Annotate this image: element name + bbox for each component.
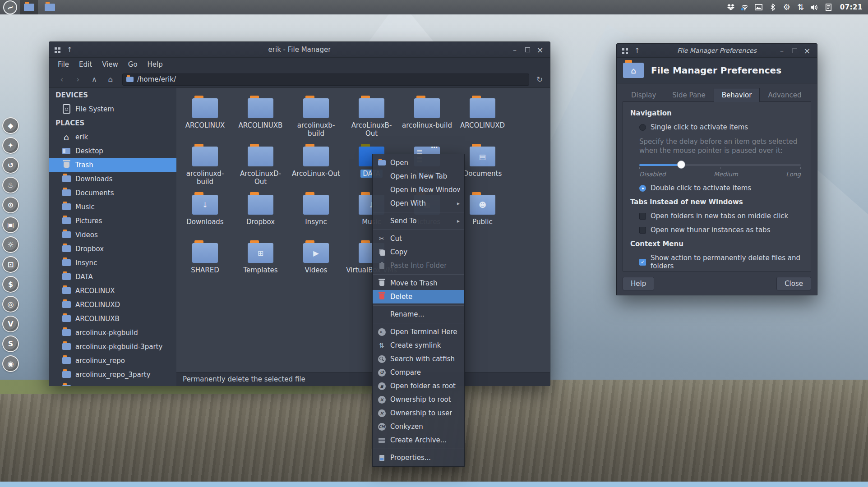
file-item-insync[interactable]: Insync	[288, 191, 344, 239]
context-menu-item-open-with[interactable]: Open With▸	[373, 197, 464, 210]
tab-display[interactable]: Display	[623, 88, 664, 102]
home-button[interactable]: ⌂	[102, 74, 119, 85]
file-item-arcolinux-build[interactable]: arcolinux-build	[399, 94, 455, 142]
tray-bluetooth-icon[interactable]	[768, 3, 777, 12]
show-delete-option[interactable]: Show action to permanently delete files …	[639, 254, 803, 270]
close-dialog-button[interactable]: Close	[776, 277, 811, 290]
dock-item-display[interactable]: ⊡	[2, 256, 19, 273]
minimize-button[interactable]: –	[509, 44, 520, 55]
dock-item-sublime-text[interactable]: S	[2, 335, 19, 352]
file-item-dropbox[interactable]: Dropbox	[233, 191, 288, 239]
sidebar-item-dropbox[interactable]: Dropbox	[49, 242, 176, 256]
dock-item-inkscape[interactable]: ◆	[2, 117, 19, 134]
middle-click-tabs-option[interactable]: Open folders in new tabs on middle click	[639, 212, 803, 220]
tray-settings-icon[interactable]: ⚙	[782, 3, 791, 12]
context-menu-item-open-in-new-window[interactable]: Open in New Window	[373, 183, 464, 197]
context-menu-item-search-with-catfish[interactable]: Search with catfish	[373, 352, 464, 366]
single-click-option[interactable]: Single click to activate items	[639, 123, 803, 131]
dock-item-finance[interactable]: $	[2, 276, 19, 293]
menubar-item-help[interactable]: Help	[143, 58, 168, 71]
file-item-arcolinux[interactable]: ARCOLINUX	[177, 94, 233, 142]
file-item-downloads[interactable]: ↓Downloads	[177, 191, 233, 239]
dock-item-teapot[interactable]: ♨	[2, 177, 19, 193]
close-button[interactable]: ×	[535, 44, 545, 55]
sidebar-item-arcolinuxb[interactable]: ARCOLINUXB	[49, 312, 176, 326]
menubar-item-view[interactable]: View	[97, 58, 123, 71]
minimize-button[interactable]: –	[776, 45, 787, 56]
context-menu-item-paste-into-folder[interactable]: Paste Into Folder	[373, 259, 464, 272]
context-menu-item-send-to[interactable]: Send To▸	[373, 214, 464, 228]
sidebar-item-arcolinux-repo[interactable]: arcolinux_repo	[49, 354, 176, 368]
context-menu-item-compare[interactable]: ↺Compare	[373, 366, 464, 379]
context-menu-item-properties[interactable]: Properties...	[373, 451, 464, 464]
sidebar-item-music[interactable]: Music	[49, 200, 176, 214]
context-menu-item-ownership-to-user[interactable]: ×Ownership to user	[373, 406, 464, 420]
dock-item-bluebird[interactable]: ✦	[2, 137, 19, 154]
context-menu-item-delete[interactable]: Delete	[373, 290, 464, 303]
tray-volume-icon[interactable]	[810, 3, 819, 12]
context-menu-item-open-terminal-here[interactable]: >_Open Terminal Here	[373, 325, 464, 339]
middle-click-tabs-checkbox[interactable]	[639, 213, 646, 220]
taskbar-window-2[interactable]	[41, 0, 59, 14]
file-manager-titlebar[interactable]: ↑ erik - File Manager – ×	[49, 42, 550, 58]
close-button[interactable]: ×	[802, 45, 813, 56]
file-item-arcolinuxd-out[interactable]: ArcoLinuxD-Out	[233, 142, 288, 191]
sidebar-item-desktop[interactable]: Desktop	[49, 144, 176, 158]
sidebar-item-pictures[interactable]: Pictures	[49, 214, 176, 228]
sidebar-item-partial[interactable]	[49, 381, 176, 386]
context-menu-item-move-to-trash[interactable]: Move to Trash	[373, 276, 464, 290]
parent-directory-icon[interactable]: ↑	[67, 46, 73, 54]
context-menu-item-ownership-to-root[interactable]: ×Ownership to root	[373, 393, 464, 406]
show-delete-checkbox[interactable]	[639, 259, 646, 266]
preferences-titlebar[interactable]: ↑ File Manager Preferences – ×	[617, 44, 817, 58]
menubar-item-file[interactable]: File	[53, 58, 74, 71]
maximize-button[interactable]	[522, 44, 533, 55]
single-click-radio[interactable]	[639, 124, 646, 131]
slider-handle[interactable]	[677, 161, 685, 169]
thunar-instances-checkbox[interactable]	[639, 227, 646, 234]
tab-side-pane[interactable]: Side Pane	[664, 88, 714, 102]
tray-clipboard-icon[interactable]	[824, 3, 833, 12]
file-item-arcolinuxb-out[interactable]: ArcoLinuxB-Out	[344, 94, 399, 142]
context-menu-item-open-folder-as-root[interactable]: ▪Open folder as root	[373, 379, 464, 393]
menubar-item-edit[interactable]: Edit	[74, 58, 97, 71]
sidebar-item-arcolinuxd[interactable]: ARCOLINUXD	[49, 298, 176, 312]
location-bar[interactable]: /home/erik/	[122, 74, 529, 86]
dock-item-firefox[interactable]: ◉	[2, 355, 19, 372]
delay-slider[interactable]	[639, 161, 801, 170]
context-menu-item-create-symlink[interactable]: ⇅Create symlink	[373, 339, 464, 352]
sidebar-item-file-system[interactable]: File System	[49, 102, 176, 116]
sidebar-item-arcolinux-repo-3party[interactable]: arcolinux_repo_3party	[49, 368, 176, 381]
context-menu-item-open[interactable]: Open	[373, 156, 464, 170]
help-button[interactable]: Help	[623, 277, 654, 290]
context-menu-item-open-in-new-tab[interactable]: Open in New Tab	[373, 170, 464, 183]
thunar-instances-option[interactable]: Open new thunar instances as tabs	[639, 226, 803, 234]
double-click-option[interactable]: Double click to activate items	[639, 184, 803, 192]
context-menu-item-conkyzen[interactable]: CMConkyzen	[373, 420, 464, 433]
maximize-button[interactable]	[789, 45, 800, 56]
dock-item-shutter[interactable]: ☼	[2, 236, 19, 253]
context-menu-item-copy[interactable]: Copy	[373, 245, 464, 259]
sidebar-item-arcolinux-pkgbuild-3party[interactable]: arcolinux-pkgbuild-3party	[49, 340, 176, 354]
dock-item-screenshot[interactable]: ◎	[2, 296, 19, 312]
window-menu-icon[interactable]	[622, 48, 624, 51]
tray-network-icon[interactable]	[740, 3, 749, 12]
sidebar-item-arcolinux-pkgbuild[interactable]: arcolinux-pkgbuild	[49, 326, 176, 340]
sidebar-item-arcolinux[interactable]: ARCOLINUX	[49, 284, 176, 298]
context-menu-item-create-archive[interactable]: Create Archive...	[373, 433, 464, 447]
file-item-videos[interactable]: ▶Videos	[288, 239, 344, 287]
sidebar-item-documents[interactable]: Documents	[49, 186, 176, 200]
reload-button[interactable]: ↻	[534, 75, 545, 84]
file-item-arcolinux-out[interactable]: ArcoLinux-Out	[288, 142, 344, 191]
sidebar-item-insync[interactable]: Insync	[49, 256, 176, 270]
sidebar-item-erik[interactable]: ⌂erik	[49, 130, 176, 144]
clock[interactable]: 07:21	[840, 3, 863, 11]
dock-item-backup[interactable]: ↺	[2, 157, 19, 174]
double-click-radio[interactable]	[639, 185, 646, 192]
file-item-arcolinuxb-build[interactable]: arcolinuxb-build	[288, 94, 344, 142]
arcolinux-menu-button[interactable]: ~	[3, 0, 17, 14]
forward-button[interactable]: ›	[70, 74, 86, 85]
dock-item-package[interactable]: ▣	[2, 216, 19, 233]
tray-dropbox-icon[interactable]	[726, 3, 735, 12]
back-button[interactable]: ‹	[54, 74, 70, 85]
